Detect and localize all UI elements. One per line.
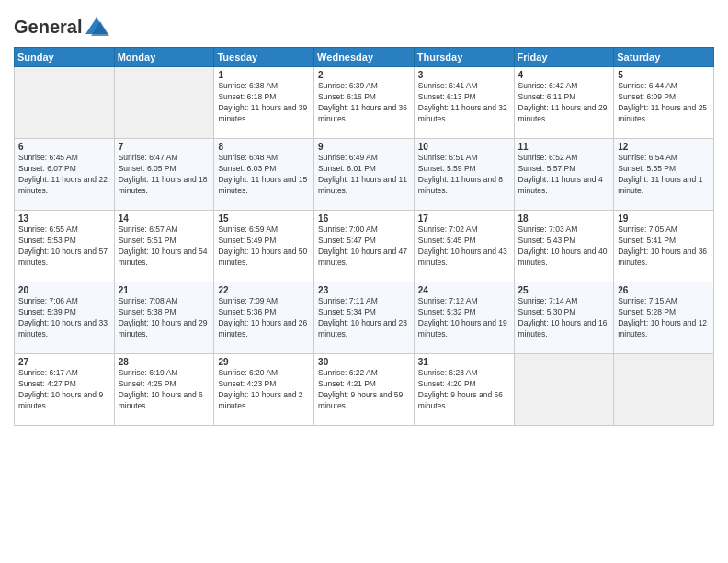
col-header-wednesday: Wednesday	[314, 48, 415, 67]
col-header-saturday: Saturday	[614, 48, 714, 67]
day-cell: 7Sunrise: 6:47 AMSunset: 6:05 PMDaylight…	[114, 139, 214, 211]
day-info: Sunrise: 7:12 AMSunset: 5:32 PMDaylight:…	[418, 296, 510, 340]
day-cell: 13Sunrise: 6:55 AMSunset: 5:53 PMDayligh…	[15, 211, 115, 282]
day-info: Sunrise: 6:44 AMSunset: 6:09 PMDaylight:…	[618, 81, 710, 125]
day-cell	[514, 354, 614, 426]
day-cell: 5Sunrise: 6:44 AMSunset: 6:09 PMDaylight…	[614, 67, 714, 139]
day-number: 29	[218, 357, 310, 367]
day-info: Sunrise: 6:47 AMSunset: 6:05 PMDaylight:…	[119, 153, 210, 197]
day-cell: 19Sunrise: 7:05 AMSunset: 5:41 PMDayligh…	[614, 211, 714, 282]
day-cell: 10Sunrise: 6:51 AMSunset: 5:59 PMDayligh…	[414, 139, 514, 211]
day-info: Sunrise: 6:23 AMSunset: 4:20 PMDaylight:…	[418, 368, 510, 412]
day-info: Sunrise: 6:17 AMSunset: 4:27 PMDaylight:…	[18, 368, 110, 412]
week-row-1: 1Sunrise: 6:38 AMSunset: 6:18 PMDaylight…	[15, 67, 714, 139]
day-number: 18	[518, 213, 610, 224]
day-info: Sunrise: 7:05 AMSunset: 5:41 PMDaylight:…	[618, 224, 710, 269]
day-number: 12	[618, 142, 710, 152]
day-info: Sunrise: 7:08 AMSunset: 5:38 PMDaylight:…	[119, 296, 210, 340]
col-header-thursday: Thursday	[414, 48, 514, 67]
day-info: Sunrise: 7:09 AMSunset: 5:36 PMDaylight:…	[218, 296, 310, 340]
day-info: Sunrise: 6:45 AMSunset: 6:07 PMDaylight:…	[18, 153, 110, 197]
day-info: Sunrise: 6:51 AMSunset: 5:59 PMDaylight:…	[418, 153, 510, 197]
day-info: Sunrise: 6:20 AMSunset: 4:23 PMDaylight:…	[218, 368, 310, 412]
day-number: 7	[119, 142, 210, 152]
day-number: 16	[318, 213, 410, 224]
header: General	[14, 9, 714, 40]
day-cell: 26Sunrise: 7:15 AMSunset: 5:28 PMDayligh…	[614, 282, 714, 354]
day-cell: 16Sunrise: 7:00 AMSunset: 5:47 PMDayligh…	[314, 211, 415, 282]
day-number: 30	[318, 357, 410, 367]
day-info: Sunrise: 6:49 AMSunset: 6:01 PMDaylight:…	[318, 153, 410, 197]
day-info: Sunrise: 7:03 AMSunset: 5:43 PMDaylight:…	[518, 224, 610, 269]
logo-text-general: General	[14, 17, 82, 37]
logo: General	[14, 14, 109, 40]
day-number: 28	[119, 357, 210, 367]
day-number: 21	[119, 285, 210, 295]
day-cell: 28Sunrise: 6:19 AMSunset: 4:25 PMDayligh…	[114, 354, 214, 426]
day-info: Sunrise: 6:42 AMSunset: 6:11 PMDaylight:…	[518, 81, 610, 125]
day-number: 25	[518, 285, 610, 295]
day-info: Sunrise: 6:57 AMSunset: 5:51 PMDaylight:…	[119, 224, 210, 269]
day-number: 23	[318, 285, 410, 295]
day-number: 17	[418, 213, 510, 224]
day-cell: 21Sunrise: 7:08 AMSunset: 5:38 PMDayligh…	[114, 282, 214, 354]
day-number: 11	[518, 142, 610, 152]
day-cell: 31Sunrise: 6:23 AMSunset: 4:20 PMDayligh…	[414, 354, 514, 426]
col-header-monday: Monday	[114, 48, 214, 67]
day-info: Sunrise: 7:15 AMSunset: 5:28 PMDaylight:…	[618, 296, 710, 340]
day-cell: 23Sunrise: 7:11 AMSunset: 5:34 PMDayligh…	[314, 282, 415, 354]
day-cell: 3Sunrise: 6:41 AMSunset: 6:13 PMDaylight…	[414, 67, 514, 139]
day-info: Sunrise: 7:11 AMSunset: 5:34 PMDaylight:…	[318, 296, 410, 340]
day-cell: 1Sunrise: 6:38 AMSunset: 6:18 PMDaylight…	[214, 67, 314, 139]
day-number: 1	[218, 70, 310, 80]
day-cell: 18Sunrise: 7:03 AMSunset: 5:43 PMDayligh…	[514, 211, 614, 282]
day-number: 24	[418, 285, 510, 295]
day-number: 10	[418, 142, 510, 152]
day-cell	[614, 354, 714, 426]
day-number: 3	[418, 70, 510, 80]
day-info: Sunrise: 6:55 AMSunset: 5:53 PMDaylight:…	[18, 224, 110, 269]
day-info: Sunrise: 6:39 AMSunset: 6:16 PMDaylight:…	[318, 81, 410, 125]
day-number: 15	[218, 213, 310, 224]
week-row-3: 13Sunrise: 6:55 AMSunset: 5:53 PMDayligh…	[15, 211, 714, 282]
day-info: Sunrise: 6:59 AMSunset: 5:49 PMDaylight:…	[218, 224, 310, 269]
day-cell: 27Sunrise: 6:17 AMSunset: 4:27 PMDayligh…	[15, 354, 115, 426]
day-info: Sunrise: 7:14 AMSunset: 5:30 PMDaylight:…	[518, 296, 610, 340]
day-number: 8	[218, 142, 310, 152]
day-info: Sunrise: 7:06 AMSunset: 5:39 PMDaylight:…	[18, 296, 110, 340]
day-number: 5	[618, 70, 710, 80]
day-info: Sunrise: 6:54 AMSunset: 5:55 PMDaylight:…	[618, 153, 710, 197]
week-row-5: 27Sunrise: 6:17 AMSunset: 4:27 PMDayligh…	[15, 354, 714, 426]
day-number: 19	[618, 213, 710, 224]
day-cell: 6Sunrise: 6:45 AMSunset: 6:07 PMDaylight…	[15, 139, 115, 211]
day-info: Sunrise: 6:48 AMSunset: 6:03 PMDaylight:…	[218, 153, 310, 197]
day-info: Sunrise: 7:02 AMSunset: 5:45 PMDaylight:…	[418, 224, 510, 269]
day-cell: 11Sunrise: 6:52 AMSunset: 5:57 PMDayligh…	[514, 139, 614, 211]
day-cell: 17Sunrise: 7:02 AMSunset: 5:45 PMDayligh…	[414, 211, 514, 282]
day-info: Sunrise: 6:52 AMSunset: 5:57 PMDaylight:…	[518, 153, 610, 197]
day-cell: 30Sunrise: 6:22 AMSunset: 4:21 PMDayligh…	[314, 354, 415, 426]
day-number: 26	[618, 285, 710, 295]
day-cell: 2Sunrise: 6:39 AMSunset: 6:16 PMDaylight…	[314, 67, 415, 139]
day-cell: 22Sunrise: 7:09 AMSunset: 5:36 PMDayligh…	[214, 282, 314, 354]
day-info: Sunrise: 6:41 AMSunset: 6:13 PMDaylight:…	[418, 81, 510, 125]
day-number: 4	[518, 70, 610, 80]
day-cell: 24Sunrise: 7:12 AMSunset: 5:32 PMDayligh…	[414, 282, 514, 354]
day-cell: 15Sunrise: 6:59 AMSunset: 5:49 PMDayligh…	[214, 211, 314, 282]
day-cell: 8Sunrise: 6:48 AMSunset: 6:03 PMDaylight…	[214, 139, 314, 211]
day-number: 9	[318, 142, 410, 152]
week-row-2: 6Sunrise: 6:45 AMSunset: 6:07 PMDaylight…	[15, 139, 714, 211]
week-row-4: 20Sunrise: 7:06 AMSunset: 5:39 PMDayligh…	[15, 282, 714, 354]
day-number: 22	[218, 285, 310, 295]
calendar-page: General SundayMondayTuesdayWednesdayThur…	[0, 0, 728, 563]
day-number: 13	[18, 213, 110, 224]
day-cell: 9Sunrise: 6:49 AMSunset: 6:01 PMDaylight…	[314, 139, 415, 211]
day-number: 6	[18, 142, 110, 152]
col-header-tuesday: Tuesday	[214, 48, 314, 67]
day-number: 31	[418, 357, 510, 367]
day-cell	[15, 67, 115, 139]
day-number: 20	[18, 285, 110, 295]
day-cell	[114, 67, 214, 139]
header-row: SundayMondayTuesdayWednesdayThursdayFrid…	[15, 48, 714, 67]
day-cell: 29Sunrise: 6:20 AMSunset: 4:23 PMDayligh…	[214, 354, 314, 426]
